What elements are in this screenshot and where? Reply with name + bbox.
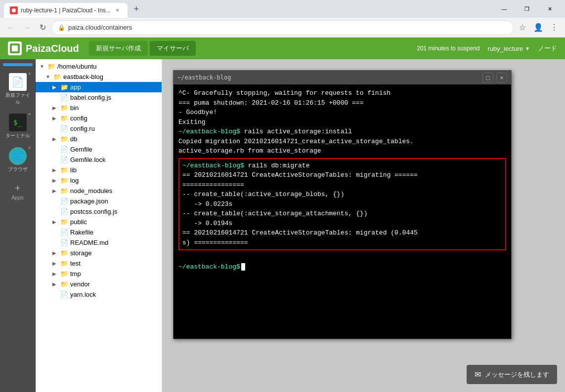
terminal-line-1: ^C- Gracefully stopping, waiting for req…	[178, 88, 506, 98]
user-name: ruby_lecture	[488, 45, 523, 52]
yarn-lock-icon: 📄	[60, 291, 68, 298]
tab-bar: ruby-lecture-1 | PaizaCloud - Ins... × +…	[0, 0, 565, 18]
tree-item-db[interactable]: ▶ 📁 db	[36, 134, 162, 144]
tree-item-vendor[interactable]: ▶ 📁 vendor	[36, 279, 162, 289]
new-tab-btn[interactable]: +	[130, 2, 143, 16]
tree-item-tmp[interactable]: ▶ 📁 tmp	[36, 269, 162, 279]
tree-item-config[interactable]: ▶ 📁 config	[36, 113, 162, 123]
tree-root[interactable]: ▼ 📁 /home/ubuntu	[36, 61, 162, 72]
menu-btn[interactable]: ⋮	[547, 21, 561, 35]
folder-expanded-arrow-icon: ▼	[45, 74, 51, 79]
message-button[interactable]: ✉ メッセージを残します	[467, 365, 557, 384]
terminal-icon: $_	[9, 114, 27, 131]
paiza-logo[interactable]: PaizaCloud	[8, 41, 79, 55]
public-label: public	[70, 218, 87, 226]
test-label: test	[70, 260, 81, 267]
app-container: PaizaCloud 新規サーバ作成 マイサーバ 201 minutes to …	[0, 38, 565, 392]
eastback-blog-label: eastback-blog	[63, 73, 103, 80]
tmp-label: tmp	[70, 270, 81, 277]
public-arrow-icon: ▶	[52, 219, 58, 225]
config-ru-label: config.ru	[70, 125, 95, 132]
address-bar[interactable]: 🔒 paiza.cloud/containers	[51, 20, 514, 35]
account-btn[interactable]: 👤	[531, 21, 545, 35]
tree-item-config-ru[interactable]: 📄 config.ru	[36, 123, 162, 134]
new-server-btn[interactable]: 新規サーバ作成	[89, 41, 148, 56]
tree-item-node-modules[interactable]: ▶ 📁 node_modules	[36, 186, 162, 196]
win-close-btn[interactable]: ✕	[538, 0, 561, 18]
tree-item-log[interactable]: ▶ 📁 log	[36, 175, 162, 186]
sidebar-item-terminal[interactable]: $_ ターミナル ×	[2, 111, 33, 142]
browser-close-icon[interactable]: ×	[28, 145, 31, 151]
sidebar-item-browser[interactable]: 🌐 ブラウザ ×	[2, 144, 33, 176]
tmp-folder-icon: 📁	[60, 270, 68, 277]
terminal-close-btn[interactable]: ×	[496, 73, 507, 82]
terminal-line-7: == 20210216014721 CreateActiveStorageTab…	[182, 170, 502, 180]
my-server-btn[interactable]: マイサーバ	[150, 41, 196, 56]
sidebar-item-new-file[interactable]: 📄 新規ファイル ×	[2, 70, 33, 109]
terminal-close-icon[interactable]: ×	[28, 112, 31, 117]
tree-item-gemfile[interactable]: 📄 Gemfile	[36, 144, 162, 155]
tree-item-eastback-blog[interactable]: ▼ 📁 eastback-blog	[36, 72, 162, 82]
tmp-arrow-icon: ▶	[52, 271, 58, 276]
gemfile-lock-icon: 📄	[60, 156, 68, 163]
sidebar-icons: 📄 新規ファイル × $_ ターミナル × 🌐 ブラウザ × + Apps	[0, 59, 36, 392]
terminal-line-2: === puma shutdown: 2021-02-16 01:26:15 +…	[178, 98, 506, 108]
readme-icon: 📄	[60, 239, 68, 246]
lib-arrow-icon: ▶	[52, 167, 58, 173]
forward-btn[interactable]: →	[20, 21, 34, 35]
readme-label: README.md	[70, 239, 108, 246]
suspend-info: 201 minutes to suspend	[417, 45, 479, 52]
active-tab[interactable]: ruby-lecture-1 | PaizaCloud - Ins... ×	[4, 3, 128, 18]
folder-collapsed-arrow-icon: ▶	[52, 84, 58, 90]
terminal-line-11: -- create_table(:active_storage_attachme…	[182, 209, 502, 219]
tree-item-postcss[interactable]: 📄 postcss.config.js	[36, 206, 162, 217]
tree-item-test[interactable]: ▶ 📁 test	[36, 258, 162, 269]
refresh-btn[interactable]: ↻	[36, 21, 49, 35]
bookmark-btn[interactable]: ☆	[516, 21, 529, 35]
right-toolbar-label: ノード	[538, 44, 557, 53]
config-arrow-icon: ▶	[52, 116, 58, 121]
content-area: ~/eastback-blog □ × ^C- Gracefully stopp…	[162, 59, 565, 392]
browser-label: ブラウザ	[8, 166, 28, 173]
app-folder-icon: 📁	[60, 83, 68, 91]
terminal-window: ~/eastback-blog □ × ^C- Gracefully stopp…	[173, 70, 512, 339]
new-file-icon: 📄	[9, 73, 27, 91]
rakefile-icon: 📄	[60, 229, 68, 236]
terminal-line-8: ================	[182, 180, 502, 190]
add-icon: +	[15, 183, 21, 194]
public-folder-icon: 📁	[60, 218, 68, 226]
tree-item-readme[interactable]: 📄 README.md	[36, 237, 162, 248]
window-controls: — ❐ ✕	[493, 0, 561, 18]
address-text: paiza.cloud/containers	[68, 24, 132, 31]
terminal-restore-btn[interactable]: □	[482, 73, 493, 82]
terminal-highlight-box: ~/eastback-blog$ rails db:migrate == 202…	[178, 158, 506, 251]
paiza-right: 201 minutes to suspend ruby_lecture ▼ ノー…	[417, 44, 557, 53]
js-file-icon: 📄	[60, 94, 68, 101]
terminal-label: ターミナル	[5, 132, 30, 139]
tree-item-yarn[interactable]: 📄 yarn.lock	[36, 289, 162, 300]
tree-item-public[interactable]: ▶ 📁 public	[36, 217, 162, 227]
sidebar-add-apps[interactable]: + Apps	[2, 180, 33, 203]
win-maximize-btn[interactable]: ❐	[516, 0, 538, 18]
storage-folder-icon: 📁	[60, 249, 68, 257]
tree-item-babel[interactable]: 📄 babel.config.js	[36, 92, 162, 103]
terminal-line-9: -- create_table(:active_storage_blobs, {…	[182, 190, 502, 199]
home-folder-icon: 📁	[47, 63, 55, 70]
new-file-close-icon[interactable]: ×	[28, 71, 31, 77]
tab-close-btn[interactable]: ×	[114, 6, 122, 14]
tree-item-storage[interactable]: ▶ 📁 storage	[36, 248, 162, 258]
node-arrow-icon: ▶	[52, 188, 58, 194]
tree-item-gemfile-lock[interactable]: 📄 Gemfile.lock	[36, 155, 162, 165]
log-label: log	[70, 177, 79, 184]
tree-item-rakefile[interactable]: 📄 Rakefile	[36, 227, 162, 237]
tree-item-lib[interactable]: ▶ 📁 lib	[36, 165, 162, 175]
tree-item-package-json[interactable]: 📄 package.json	[36, 196, 162, 206]
paiza-logo-text: PaizaCloud	[26, 43, 79, 54]
storage-label: storage	[70, 249, 91, 257]
win-minimize-btn[interactable]: —	[493, 0, 516, 18]
user-menu[interactable]: ruby_lecture ▼	[488, 45, 530, 52]
back-btn[interactable]: ←	[4, 21, 18, 35]
tree-item-app[interactable]: ▶ 📁 app	[36, 82, 162, 92]
tree-item-bin[interactable]: ▶ 📁 bin	[36, 103, 162, 113]
terminal-body[interactable]: ^C- Gracefully stopping, waiting for req…	[174, 84, 511, 339]
